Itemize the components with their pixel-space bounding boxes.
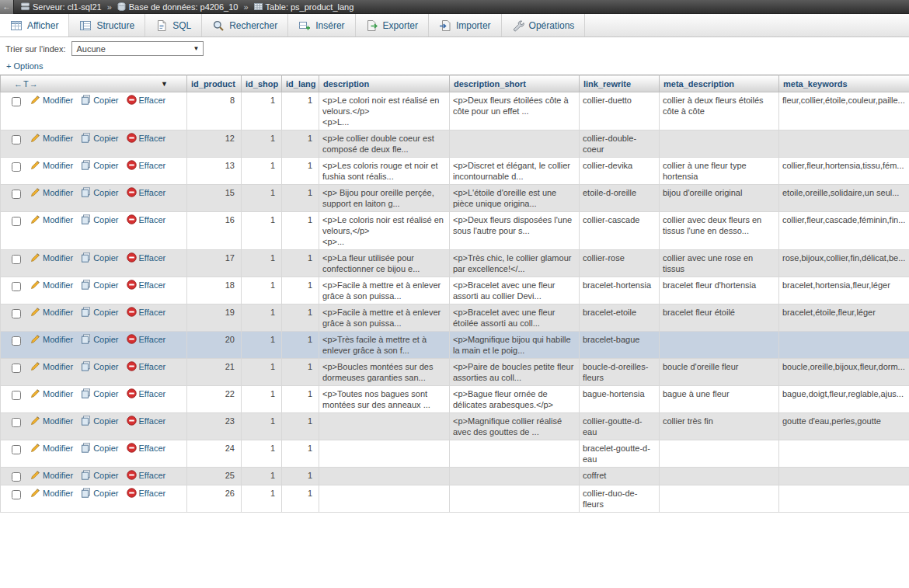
row-checkbox[interactable] — [12, 364, 21, 373]
row-delete-label: Effacer — [139, 215, 166, 224]
cell-id_product: 8 — [187, 92, 242, 130]
column-header-id_shop[interactable]: id_shop — [242, 75, 282, 92]
options-toggle[interactable]: + Options — [6, 61, 43, 71]
row-copy-link[interactable]: Copier — [81, 362, 118, 371]
row-delete-link[interactable]: Effacer — [127, 471, 166, 480]
row-checkbox[interactable] — [12, 162, 21, 172]
row-edit-link[interactable]: Modifier — [30, 215, 73, 224]
row-delete-link[interactable]: Effacer — [127, 134, 166, 143]
row-checkbox[interactable] — [12, 336, 21, 346]
cell-meta_description — [660, 440, 779, 468]
row-edit-link[interactable]: Modifier — [30, 362, 73, 371]
row-checkbox[interactable] — [12, 190, 21, 199]
cell-id_shop: 1 — [242, 250, 282, 277]
row-copy-label: Copier — [93, 308, 118, 317]
cell-id_shop: 1 — [242, 413, 282, 440]
tab-rechercher[interactable]: Rechercher — [202, 14, 288, 37]
row-checkbox[interactable] — [12, 309, 21, 318]
cell-id_shop: 1 — [242, 92, 282, 130]
row-checkbox[interactable] — [12, 97, 21, 106]
cell-description_short: <p>Magnifique collier réalisé avec des g… — [450, 413, 580, 440]
cell-id_lang: 1 — [282, 212, 319, 250]
row-delete-link[interactable]: Effacer — [127, 335, 166, 344]
tab-sql[interactable]: SQL — [145, 14, 202, 37]
row-edit-link[interactable]: Modifier — [30, 308, 73, 317]
row-edit-link[interactable]: Modifier — [30, 335, 73, 344]
row-checkbox[interactable] — [12, 255, 21, 264]
row-copy-link[interactable]: Copier — [81, 134, 118, 143]
row-copy-link[interactable]: Copier — [81, 96, 118, 105]
row-edit-link[interactable]: Modifier — [30, 444, 73, 453]
row-copy-link[interactable]: Copier — [81, 335, 118, 344]
row-copy-link[interactable]: Copier — [81, 489, 118, 498]
sort-descending-icon[interactable]: ▼ — [161, 80, 168, 88]
row-edit-link[interactable]: Modifier — [30, 489, 73, 498]
sort-index-select[interactable]: Aucune ▼ — [71, 41, 204, 56]
row-copy-link[interactable]: Copier — [81, 188, 118, 197]
collapse-nav-button[interactable]: ← — [0, 0, 14, 14]
row-copy-link[interactable]: Copier — [81, 389, 118, 398]
row-checkbox[interactable] — [12, 472, 21, 482]
row-checkbox[interactable] — [12, 217, 21, 226]
row-edit-link[interactable]: Modifier — [30, 134, 73, 143]
cell-description_short — [450, 130, 580, 158]
tab-importer[interactable]: Importer — [429, 14, 502, 37]
row-edit-link[interactable]: Modifier — [30, 389, 73, 398]
row-checkbox[interactable] — [12, 282, 21, 291]
row-copy-link[interactable]: Copier — [81, 308, 118, 317]
row-checkbox[interactable] — [12, 391, 21, 400]
row-delete-link[interactable]: Effacer — [127, 253, 166, 263]
row-edit-link[interactable]: Modifier — [30, 471, 73, 480]
row-edit-link[interactable]: Modifier — [30, 188, 73, 197]
tab-structure[interactable]: Structure — [69, 14, 145, 37]
row-copy-link[interactable]: Copier — [81, 253, 118, 263]
breadcrumb-database[interactable]: Base de données: p4206_10 — [117, 2, 239, 12]
row-checkbox[interactable] — [12, 445, 21, 454]
row-delete-link[interactable]: Effacer — [127, 161, 166, 170]
row-copy-link[interactable]: Copier — [81, 215, 118, 224]
row-edit-link[interactable]: Modifier — [30, 253, 73, 263]
cell-link_rewrite: bracelet-etoile — [580, 304, 660, 332]
table-row: ModifierCopierEffacer2411bracelet-goutte… — [1, 440, 909, 468]
row-delete-link[interactable]: Effacer — [127, 389, 166, 398]
column-header-id_lang[interactable]: id_lang — [282, 75, 319, 92]
row-copy-link[interactable]: Copier — [81, 161, 118, 170]
row-delete-label: Effacer — [139, 416, 166, 426]
tab-inserer[interactable]: Insérer — [288, 14, 355, 37]
row-delete-link[interactable]: Effacer — [127, 308, 166, 317]
column-header-id_product[interactable]: id_product — [187, 75, 242, 92]
row-delete-link[interactable]: Effacer — [127, 188, 166, 197]
tab-exporter[interactable]: Exporter — [356, 14, 429, 37]
tab-operations[interactable]: Opérations — [502, 14, 586, 37]
column-header-description[interactable]: description — [319, 75, 450, 92]
row-edit-link[interactable]: Modifier — [30, 280, 73, 290]
row-copy-link[interactable]: Copier — [81, 444, 118, 453]
row-delete-link[interactable]: Effacer — [127, 96, 166, 105]
cell-description_short: <p>Deux fleurs disposées l'une sous l'au… — [450, 212, 580, 250]
column-header-description_short[interactable]: description_short — [450, 75, 580, 92]
row-actions: ModifierCopierEffacer — [1, 413, 187, 440]
tab-afficher[interactable]: Afficher — [0, 14, 69, 37]
row-edit-link[interactable]: Modifier — [30, 161, 73, 170]
column-header-meta_description[interactable]: meta_description — [660, 75, 779, 92]
row-copy-link[interactable]: Copier — [81, 280, 118, 290]
row-delete-link[interactable]: Effacer — [127, 362, 166, 371]
row-edit-link[interactable]: Modifier — [30, 416, 73, 426]
column-header-meta_keywords[interactable]: meta_keywords — [779, 75, 909, 92]
row-copy-link[interactable]: Copier — [81, 471, 118, 480]
row-edit-link[interactable]: Modifier — [30, 96, 73, 105]
fulltext-toggle[interactable]: ←T→ — [14, 79, 39, 89]
row-delete-label: Effacer — [139, 308, 166, 317]
row-delete-link[interactable]: Effacer — [127, 489, 166, 498]
row-delete-link[interactable]: Effacer — [127, 280, 166, 290]
row-checkbox[interactable] — [12, 135, 21, 144]
column-header-link_rewrite[interactable]: link_rewrite — [580, 75, 660, 92]
row-delete-link[interactable]: Effacer — [127, 444, 166, 453]
breadcrumb-table[interactable]: Table: ps_product_lang — [254, 2, 354, 12]
row-delete-link[interactable]: Effacer — [127, 416, 166, 426]
row-copy-link[interactable]: Copier — [81, 416, 118, 426]
row-checkbox[interactable] — [12, 490, 21, 499]
row-checkbox[interactable] — [12, 418, 21, 427]
row-delete-link[interactable]: Effacer — [127, 215, 166, 224]
breadcrumb-server[interactable]: Serveur: cl1-sql21 — [21, 2, 102, 12]
